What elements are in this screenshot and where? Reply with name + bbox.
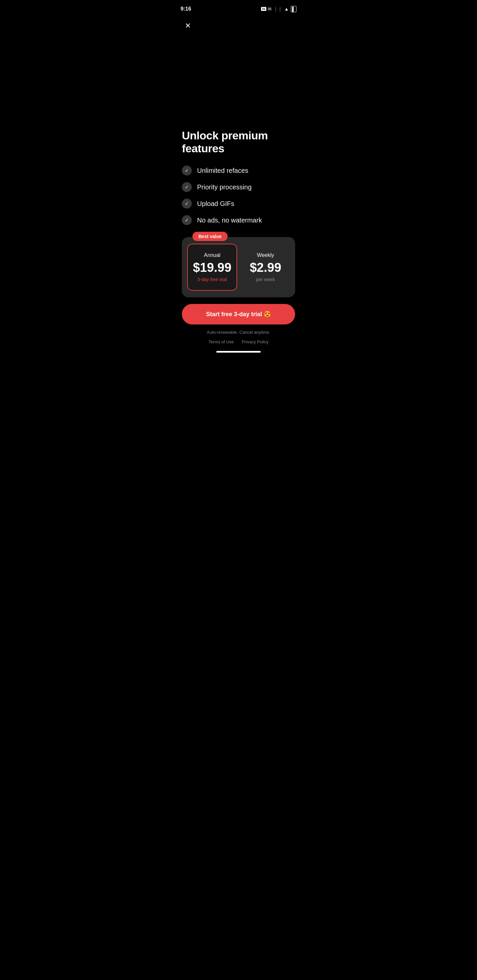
annual-plan-trial: 3-day free trial: [198, 277, 227, 282]
close-icon: ✕: [185, 22, 191, 29]
best-value-badge: Best value: [193, 232, 228, 241]
status-time: 9:16: [180, 6, 191, 12]
home-indicator: [216, 351, 261, 353]
cta-label: Start free 3-day trial 😍: [206, 311, 271, 318]
terms-of-use-link[interactable]: Terms of Use: [208, 339, 234, 344]
main-content: Unlock premium features ✓ Unlimited refa…: [174, 17, 303, 344]
wifi-icon: ▲: [284, 6, 289, 11]
list-item: ✓ Priority processing: [182, 182, 295, 192]
check-circle-4: ✓: [182, 215, 192, 225]
weekly-plan-name: Weekly: [257, 252, 274, 258]
feature-text-1: Unlimited refaces: [197, 167, 249, 175]
legal-links: Terms of Use Privacy Policy: [182, 339, 295, 344]
weekly-plan-option[interactable]: Weekly $2.99 per week: [241, 244, 290, 291]
list-item: ✓ Unlimited refaces: [182, 165, 295, 175]
status-icons: 31 ✉ ⋮⋮ ▲ ▌: [260, 6, 297, 12]
features-list: ✓ Unlimited refaces ✓ Priority processin…: [182, 165, 295, 225]
pricing-container: Best value Annual $19.99 3-day free tria…: [182, 237, 295, 298]
battery-icon: ▌: [291, 6, 297, 12]
auto-renew-text: Auto-renewable. Cancel anytime.: [182, 330, 295, 335]
checkmark-icon-4: ✓: [185, 218, 189, 223]
close-button[interactable]: ✕: [180, 19, 195, 33]
check-circle-1: ✓: [182, 165, 192, 175]
checkmark-icon-1: ✓: [185, 168, 189, 173]
feature-text-4: No ads, no watermark: [197, 216, 262, 224]
feature-text-2: Priority processing: [197, 183, 252, 191]
checkmark-icon-2: ✓: [185, 185, 189, 190]
list-item: ✓ Upload GIFs: [182, 199, 295, 208]
list-item: ✓ No ads, no watermark: [182, 215, 295, 225]
check-circle-2: ✓: [182, 182, 192, 192]
gmail-icon: ✉: [268, 6, 272, 11]
checkmark-icon-3: ✓: [185, 201, 189, 206]
weekly-plan-price: $2.99: [250, 261, 281, 275]
annual-plan-option[interactable]: Annual $19.99 3-day free trial: [187, 244, 237, 291]
weekly-plan-period: per week: [256, 277, 275, 282]
annual-plan-price: $19.99: [193, 261, 231, 275]
annual-plan-name: Annual: [204, 252, 221, 258]
privacy-policy-link[interactable]: Privacy Policy: [242, 339, 269, 344]
vibrate-icon: ⋮⋮: [274, 6, 282, 11]
notification-icons: 31 ✉: [261, 6, 272, 11]
calendar-icon: 31: [261, 7, 266, 11]
start-trial-button[interactable]: Start free 3-day trial 😍: [182, 304, 295, 325]
check-circle-3: ✓: [182, 199, 192, 208]
feature-text-3: Upload GIFs: [197, 200, 234, 208]
page-title: Unlock premium features: [182, 129, 295, 155]
status-bar: 9:16 31 ✉ ⋮⋮ ▲ ▌: [174, 0, 303, 17]
